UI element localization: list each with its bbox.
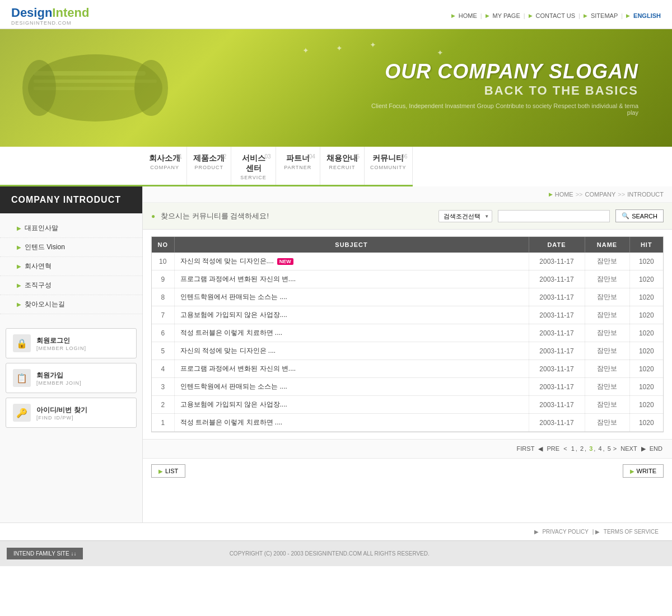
search-label: 찾으시는 커뮤니티를 검색하세요! [161,211,433,221]
cell-subject[interactable]: 고용보험에 가입되지 않은 사업장.... [174,396,529,414]
cell-subject[interactable]: 적성 트러블은 이렇게 치료하면 .... [174,324,529,342]
table-row: 7고용보험에 가입되지 않은 사업장....2003-11-17잠만보1020 [152,306,663,324]
pagination-end[interactable]: END [650,445,662,452]
topnav-home[interactable]: HOME [459,12,477,19]
footer-top: ▶ PRIVACY POLICY | ▶ TERMS OF SERVICE [0,522,672,540]
cell-name: 잠만보 [585,288,629,306]
lock-icon: 🔒 [13,334,31,352]
pagination: FIRST ◀ PRE < 1, 2, 3, 4, 5> NEXT ▶ END [143,439,672,459]
sidebar-item-vision[interactable]: ▶ 인텐드 Vision [0,238,142,257]
col-subject: SUBJECT [174,237,529,253]
search-input[interactable] [498,210,610,222]
cell-subject[interactable]: 인텐드학원에서 판매되는 소스는 .... [174,378,529,396]
search-button[interactable]: 🔍 SEARCH [615,209,664,222]
cell-subject[interactable]: 적성 트러블은 이렇게 치료하면 .... [174,414,529,432]
search-bar: ● 찾으시는 커뮤니티를 검색하세요! 검색조건선택 🔍 SEARCH [143,203,672,230]
mainnav-partner[interactable]: 파트너 PARTNER 04 [276,147,320,185]
table-row: 10자신의 적성에 맞는 디자인은....NEW2003-11-17잠만보102… [152,253,663,270]
mainnav-company[interactable]: 회사소개 COMPANY 01 [143,147,187,185]
sidebar-nav-spacer [0,147,143,186]
mainnav-product[interactable]: 제품소개 PRODUCT 02 [187,147,231,185]
cell-hit: 1020 [629,324,663,342]
sidebar-arrow-icon-5: ▶ [17,301,21,307]
sidebar-item-org[interactable]: ▶ 조직구성 [0,276,142,295]
cell-name: 잠만보 [585,324,629,342]
top-nav: ▶ HOME | ▶ MY PAGE | ▶ CONTACT US | ▶ SI… [451,12,661,19]
nav-arrow-2: ▶ [486,13,489,18]
sidebar-title: COMPANY INTRODUCT [0,186,142,213]
cell-name: 잠만보 [585,253,629,270]
cell-no: 8 [152,288,174,306]
pagination-first[interactable]: FIRST [517,445,535,452]
search-select[interactable]: 검색조건선택 [438,210,492,222]
terms-link[interactable]: TERMS OF SERVICE [604,529,659,535]
content-table: NO SUBJECT DATE NAME HIT 10자신의 적성에 맞는 디자… [152,237,663,432]
footer-bottom: INTEND FAMILY SITE ↓↓ COPYRIGHT (C) 2000… [0,540,672,566]
mainnav-recruit[interactable]: 채용안내 RECRUIT 05 [320,147,365,185]
topnav-sitemap[interactable]: SITEMAP [591,12,618,19]
banner: OUR COMPANY SLOGAN BACK TO THE BASICS Cl… [0,29,672,147]
login-button[interactable]: 🔒 회원로그인 [MEMBER LOGIN] [6,328,137,358]
col-no: NO [152,237,174,253]
list-button[interactable]: ▶ LIST [151,464,185,478]
key-icon: 🔑 [13,404,31,422]
cell-no: 5 [152,342,174,360]
cell-date: 2003-11-17 [529,270,585,288]
pagination-p2[interactable]: 2 [580,445,584,452]
cell-subject[interactable]: 자신의 적성에 맞는 디자인은 .... [174,342,529,360]
col-hit: HIT [629,237,663,253]
table-row: 3인텐드학원에서 판매되는 소스는 ....2003-11-17잠만보1020 [152,378,663,396]
cell-name: 잠만보 [585,360,629,378]
svg-point-5 [134,60,168,116]
pagination-p1[interactable]: 1 [571,445,575,452]
svg-point-4 [22,60,56,116]
table-row: 4프로그램 과정에서 변화된 자신의 변....2003-11-17잠만보102… [152,360,663,378]
find-id-button[interactable]: 🔑 아이디/비번 찾기 [FIND ID/PW] [6,398,137,428]
banner-decoration [11,38,179,138]
logo[interactable]: DesignIntend DESIGNINTEND.COM [11,6,89,26]
cell-date: 2003-11-17 [529,288,585,306]
join-button[interactable]: 📋 회원가입 [MEMBER JOIN] [6,363,137,393]
pagination-pre[interactable]: PRE [547,445,559,452]
cell-no: 7 [152,306,174,324]
sidebar: COMPANY INTRODUCT ▶ 대표인사말 ▶ 인텐드 Vision ▶… [0,186,143,522]
table-row: 5자신의 적성에 맞는 디자인은 ....2003-11-17잠만보1020 [152,342,663,360]
cell-hit: 1020 [629,270,663,288]
cell-hit: 1020 [629,306,663,324]
cell-subject[interactable]: 인텐드학원에서 판매되는 소스는 .... [174,288,529,306]
table-wrap: NO SUBJECT DATE NAME HIT 10자신의 적성에 맞는 디자… [151,236,664,432]
nav-arrow-5: ▶ [626,13,630,18]
topnav-contact[interactable]: CONTACT US [536,12,576,19]
main-nav: 회사소개 COMPANY 01 제품소개 PRODUCT 02 서비스 센터 S… [143,147,413,186]
logo-intend: Intend [52,6,89,20]
cell-subject[interactable]: 자신의 적성에 맞는 디자인은....NEW [174,253,529,270]
sidebar-item-ceo[interactable]: ▶ 대표인사말 [0,219,142,238]
pagination-next[interactable]: NEXT [620,445,637,452]
cell-subject[interactable]: 프로그램 과정에서 변화된 자신의 변.... [174,270,529,288]
pagination-arrow-pre: ◀ [538,445,544,452]
mainnav-community[interactable]: 커뮤니티 COMMUNITY 06 [365,147,413,185]
privacy-policy-link[interactable]: PRIVACY POLICY [542,529,588,535]
write-button[interactable]: ▶ WRITE [623,464,664,478]
table-row: 8인텐드학원에서 판매되는 소스는 ....2003-11-17잠만보1020 [152,288,663,306]
sidebar-item-location[interactable]: ▶ 찾아오시는길 [0,295,142,314]
sidebar-arrow-icon-4: ▶ [17,282,21,288]
topnav-mypage[interactable]: MY PAGE [493,12,520,19]
cell-no: 3 [152,378,174,396]
breadcrumb-home-arrow: ▶ [549,192,553,197]
cell-subject[interactable]: 고용보험에 가입되지 않은 사업장.... [174,306,529,324]
table-body: 10자신의 적성에 맞는 디자인은....NEW2003-11-17잠만보102… [152,253,663,432]
footer-privacy-arrow: ▶ [534,529,539,535]
sidebar-item-history[interactable]: ▶ 회사연혁 [0,257,142,276]
banner-text: OUR COMPANY SLOGAN BACK TO THE BASICS Cl… [358,60,672,116]
pagination-p5[interactable]: 5 [608,445,611,452]
pagination-p4[interactable]: 4 [598,445,601,452]
mainnav-service[interactable]: 서비스 센터 SERVICE 03 [231,147,276,185]
main-nav-wrap: 회사소개 COMPANY 01 제품소개 PRODUCT 02 서비스 센터 S… [0,147,672,186]
topnav-english[interactable]: ENGLISH [633,12,661,19]
table-row: 2고용보험에 가입되지 않은 사업장....2003-11-17잠만보1020 [152,396,663,414]
family-site-button[interactable]: INTEND FAMILY SITE ↓↓ [7,548,83,559]
pagination-p3-current[interactable]: 3 [589,445,592,452]
table-row: 1적성 트러블은 이렇게 치료하면 ....2003-11-17잠만보1020 [152,414,663,432]
cell-subject[interactable]: 프로그램 과정에서 변화된 자신의 변.... [174,360,529,378]
